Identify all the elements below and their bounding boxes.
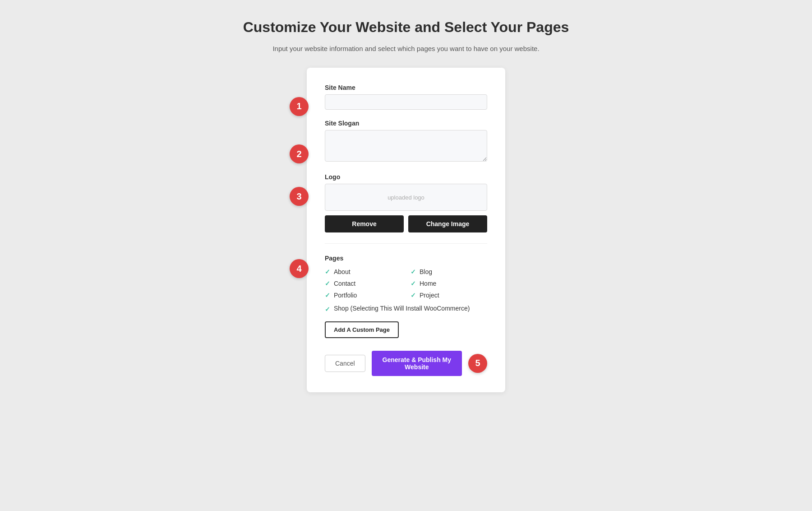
pages-grid: ✓ About ✓ Blog ✓ Contact ✓: [325, 268, 487, 299]
logo-label: Logo: [325, 173, 487, 181]
step-badge-4: 4: [290, 259, 309, 278]
page-label-contact: Contact: [334, 280, 355, 287]
form-card: 1 Site Name 2 Site Slogan: [307, 68, 505, 392]
site-name-label: Site Name: [325, 84, 487, 91]
page-item-project: ✓ Project: [411, 292, 487, 299]
page-label-portfolio: Portfolio: [334, 292, 357, 299]
logo-preview-text: uploaded logo: [388, 194, 424, 201]
check-icon-home: ✓: [411, 280, 416, 287]
add-custom-page-button[interactable]: Add A Custom Page: [325, 321, 399, 338]
page-label-shop: Shop (Selecting This Will Install WooCom…: [334, 304, 470, 313]
logo-buttons: Remove Change Image: [325, 215, 487, 232]
check-icon-blog: ✓: [411, 268, 416, 275]
remove-logo-button[interactable]: Remove: [325, 215, 404, 232]
check-icon-shop: ✓: [325, 305, 330, 314]
site-name-input[interactable]: [325, 94, 487, 110]
step-badge-1: 1: [290, 97, 309, 116]
logo-preview: uploaded logo: [325, 184, 487, 211]
change-image-button[interactable]: Change Image: [408, 215, 487, 232]
page-title: Customize Your Website and Select Your P…: [243, 18, 569, 36]
page-label-blog: Blog: [420, 268, 432, 275]
check-icon-contact: ✓: [325, 280, 330, 287]
page-label-project: Project: [420, 292, 439, 299]
page-item-shop: ✓ Shop (Selecting This Will Install WooC…: [325, 304, 487, 314]
page-label-home: Home: [420, 280, 436, 287]
pages-label: Pages: [325, 255, 487, 262]
pages-section: 4 Pages ✓ About ✓ Blog: [325, 255, 487, 338]
page-header: Customize Your Website and Select Your P…: [243, 18, 569, 54]
site-slogan-input[interactable]: [325, 130, 487, 162]
check-icon-portfolio: ✓: [325, 292, 330, 299]
page-item-contact: ✓ Contact: [325, 280, 401, 287]
page-item-blog: ✓ Blog: [411, 268, 487, 275]
check-icon-about: ✓: [325, 268, 330, 275]
check-icon-project: ✓: [411, 292, 416, 299]
page-item-home: ✓ Home: [411, 280, 487, 287]
site-name-field-group: 1 Site Name: [325, 84, 487, 110]
step-badge-2: 2: [290, 144, 309, 163]
divider: [325, 243, 487, 244]
site-slogan-field-group: 2 Site Slogan: [325, 120, 487, 163]
cancel-button[interactable]: Cancel: [325, 355, 365, 372]
page-item-about: ✓ About: [325, 268, 401, 275]
publish-button[interactable]: Generate & Publish My Website: [372, 351, 462, 376]
page-item-portfolio: ✓ Portfolio: [325, 292, 401, 299]
logo-field-group: 3 Logo uploaded logo Remove Change Image: [325, 173, 487, 232]
page-subtitle: Input your website information and selec…: [243, 43, 569, 54]
step-badge-5: 5: [468, 354, 487, 373]
site-slogan-label: Site Slogan: [325, 120, 487, 127]
form-footer: Cancel Generate & Publish My Website 5: [325, 351, 487, 376]
page-label-about: About: [334, 268, 351, 275]
step-badge-3: 3: [290, 187, 309, 206]
